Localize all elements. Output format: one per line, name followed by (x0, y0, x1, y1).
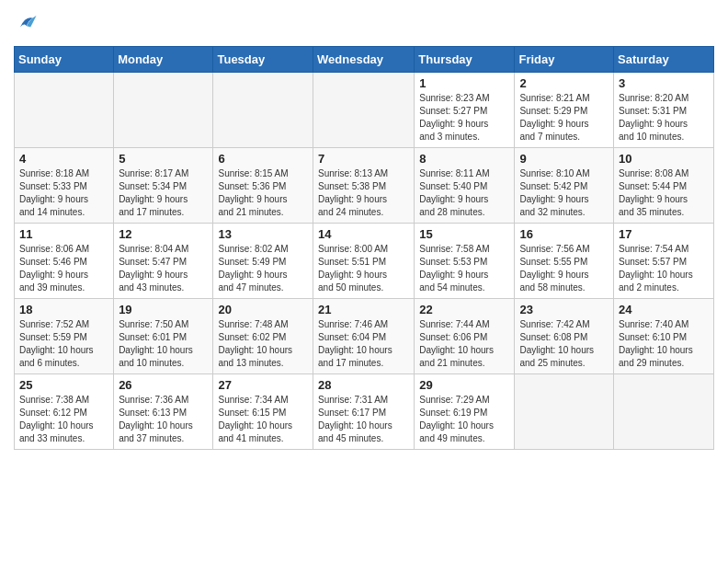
calendar-cell (614, 374, 714, 450)
calendar-cell: 8Sunrise: 8:11 AM Sunset: 5:40 PM Daylig… (415, 148, 515, 224)
day-number: 7 (318, 152, 409, 166)
day-number: 21 (318, 303, 409, 316)
calendar-cell: 1Sunrise: 8:23 AM Sunset: 5:27 PM Daylig… (415, 73, 515, 148)
calendar-cell: 19Sunrise: 7:50 AM Sunset: 6:01 PM Dayli… (114, 299, 213, 374)
day-number: 12 (119, 227, 208, 241)
weekday-saturday: Saturday (614, 47, 714, 73)
day-number: 26 (119, 378, 208, 392)
day-info: Sunrise: 7:40 AM Sunset: 6:10 PM Dayligh… (619, 318, 709, 370)
header (14, 9, 714, 39)
weekday-sunday: Sunday (15, 47, 114, 73)
weekday-tuesday: Tuesday (213, 47, 313, 73)
day-info: Sunrise: 8:13 AM Sunset: 5:38 PM Dayligh… (318, 167, 409, 219)
day-number: 11 (19, 227, 108, 241)
week-row-3: 11Sunrise: 8:06 AM Sunset: 5:46 PM Dayli… (15, 224, 714, 299)
calendar-cell: 23Sunrise: 7:42 AM Sunset: 6:08 PM Dayli… (515, 299, 614, 374)
day-number: 27 (218, 378, 308, 392)
day-info: Sunrise: 7:31 AM Sunset: 6:17 PM Dayligh… (318, 394, 409, 445)
day-number: 2 (519, 76, 609, 90)
day-info: Sunrise: 8:17 AM Sunset: 5:34 PM Dayligh… (119, 167, 208, 219)
day-info: Sunrise: 7:42 AM Sunset: 6:08 PM Dayligh… (519, 318, 609, 370)
weekday-header-row: SundayMondayTuesdayWednesdayThursdayFrid… (15, 47, 714, 73)
calendar-cell: 14Sunrise: 8:00 AM Sunset: 5:51 PM Dayli… (313, 224, 415, 299)
calendar-cell: 29Sunrise: 7:29 AM Sunset: 6:19 PM Dayli… (415, 374, 515, 450)
day-info: Sunrise: 7:54 AM Sunset: 5:57 PM Dayligh… (619, 243, 709, 294)
day-info: Sunrise: 8:10 AM Sunset: 5:42 PM Dayligh… (519, 167, 609, 219)
day-number: 14 (318, 227, 409, 241)
weekday-friday: Friday (515, 47, 614, 73)
day-number: 17 (619, 227, 709, 241)
day-number: 13 (218, 227, 308, 241)
day-number: 1 (419, 76, 509, 90)
day-number: 18 (19, 303, 108, 316)
calendar-cell: 9Sunrise: 8:10 AM Sunset: 5:42 PM Daylig… (515, 148, 614, 224)
day-number: 6 (218, 152, 308, 166)
day-number: 10 (619, 152, 709, 166)
day-info: Sunrise: 8:00 AM Sunset: 5:51 PM Dayligh… (318, 243, 409, 294)
day-number: 28 (318, 378, 409, 392)
day-number: 25 (19, 378, 108, 392)
calendar-cell (213, 73, 313, 148)
day-info: Sunrise: 7:46 AM Sunset: 6:04 PM Dayligh… (318, 318, 409, 370)
calendar-cell: 20Sunrise: 7:48 AM Sunset: 6:02 PM Dayli… (213, 299, 313, 374)
day-info: Sunrise: 7:50 AM Sunset: 6:01 PM Dayligh… (119, 318, 208, 370)
weekday-wednesday: Wednesday (313, 47, 415, 73)
day-number: 3 (619, 76, 709, 90)
day-number: 19 (119, 303, 208, 316)
logo (14, 9, 43, 39)
calendar-cell: 7Sunrise: 8:13 AM Sunset: 5:38 PM Daylig… (313, 148, 415, 224)
calendar-cell: 2Sunrise: 8:21 AM Sunset: 5:29 PM Daylig… (515, 73, 614, 148)
calendar-cell: 4Sunrise: 8:18 AM Sunset: 5:33 PM Daylig… (15, 148, 114, 224)
logo-bird-icon (14, 9, 40, 35)
day-info: Sunrise: 8:20 AM Sunset: 5:31 PM Dayligh… (619, 92, 709, 144)
day-info: Sunrise: 8:21 AM Sunset: 5:29 PM Dayligh… (519, 92, 609, 144)
day-info: Sunrise: 8:08 AM Sunset: 5:44 PM Dayligh… (619, 167, 709, 219)
day-number: 16 (519, 227, 609, 241)
day-number: 23 (519, 303, 609, 316)
day-info: Sunrise: 8:23 AM Sunset: 5:27 PM Dayligh… (419, 92, 509, 144)
calendar-cell (515, 374, 614, 450)
day-info: Sunrise: 7:36 AM Sunset: 6:13 PM Dayligh… (119, 394, 208, 445)
calendar-cell: 3Sunrise: 8:20 AM Sunset: 5:31 PM Daylig… (614, 73, 714, 148)
day-info: Sunrise: 8:15 AM Sunset: 5:36 PM Dayligh… (218, 167, 308, 219)
day-info: Sunrise: 8:11 AM Sunset: 5:40 PM Dayligh… (419, 167, 509, 219)
calendar-cell: 6Sunrise: 8:15 AM Sunset: 5:36 PM Daylig… (213, 148, 313, 224)
weekday-monday: Monday (114, 47, 213, 73)
calendar-cell: 10Sunrise: 8:08 AM Sunset: 5:44 PM Dayli… (614, 148, 714, 224)
day-info: Sunrise: 7:29 AM Sunset: 6:19 PM Dayligh… (419, 394, 509, 445)
day-info: Sunrise: 8:06 AM Sunset: 5:46 PM Dayligh… (19, 243, 108, 294)
day-number: 29 (419, 378, 509, 392)
calendar-cell (313, 73, 415, 148)
day-info: Sunrise: 7:38 AM Sunset: 6:12 PM Dayligh… (19, 394, 108, 445)
week-row-5: 25Sunrise: 7:38 AM Sunset: 6:12 PM Dayli… (15, 374, 714, 450)
calendar-cell (114, 73, 213, 148)
calendar-cell (15, 73, 114, 148)
day-info: Sunrise: 7:52 AM Sunset: 5:59 PM Dayligh… (19, 318, 108, 370)
week-row-4: 18Sunrise: 7:52 AM Sunset: 5:59 PM Dayli… (15, 299, 714, 374)
day-number: 24 (619, 303, 709, 316)
calendar-cell: 26Sunrise: 7:36 AM Sunset: 6:13 PM Dayli… (114, 374, 213, 450)
calendar-cell: 16Sunrise: 7:56 AM Sunset: 5:55 PM Dayli… (515, 224, 614, 299)
weekday-thursday: Thursday (415, 47, 515, 73)
calendar-cell: 5Sunrise: 8:17 AM Sunset: 5:34 PM Daylig… (114, 148, 213, 224)
day-info: Sunrise: 7:56 AM Sunset: 5:55 PM Dayligh… (519, 243, 609, 294)
calendar-cell: 11Sunrise: 8:06 AM Sunset: 5:46 PM Dayli… (15, 224, 114, 299)
day-info: Sunrise: 8:02 AM Sunset: 5:49 PM Dayligh… (218, 243, 308, 294)
day-number: 15 (419, 227, 509, 241)
calendar-cell: 27Sunrise: 7:34 AM Sunset: 6:15 PM Dayli… (213, 374, 313, 450)
day-info: Sunrise: 8:18 AM Sunset: 5:33 PM Dayligh… (19, 167, 108, 219)
calendar-cell: 25Sunrise: 7:38 AM Sunset: 6:12 PM Dayli… (15, 374, 114, 450)
calendar-cell: 24Sunrise: 7:40 AM Sunset: 6:10 PM Dayli… (614, 299, 714, 374)
calendar-body: 1Sunrise: 8:23 AM Sunset: 5:27 PM Daylig… (15, 73, 714, 450)
week-row-2: 4Sunrise: 8:18 AM Sunset: 5:33 PM Daylig… (15, 148, 714, 224)
day-number: 8 (419, 152, 509, 166)
day-info: Sunrise: 7:44 AM Sunset: 6:06 PM Dayligh… (419, 318, 509, 370)
calendar-cell: 13Sunrise: 8:02 AM Sunset: 5:49 PM Dayli… (213, 224, 313, 299)
calendar-cell: 12Sunrise: 8:04 AM Sunset: 5:47 PM Dayli… (114, 224, 213, 299)
calendar-table: SundayMondayTuesdayWednesdayThursdayFrid… (14, 46, 714, 450)
day-number: 5 (119, 152, 208, 166)
day-info: Sunrise: 8:04 AM Sunset: 5:47 PM Dayligh… (119, 243, 208, 294)
day-number: 4 (19, 152, 108, 166)
calendar-cell: 22Sunrise: 7:44 AM Sunset: 6:06 PM Dayli… (415, 299, 515, 374)
calendar-cell: 28Sunrise: 7:31 AM Sunset: 6:17 PM Dayli… (313, 374, 415, 450)
